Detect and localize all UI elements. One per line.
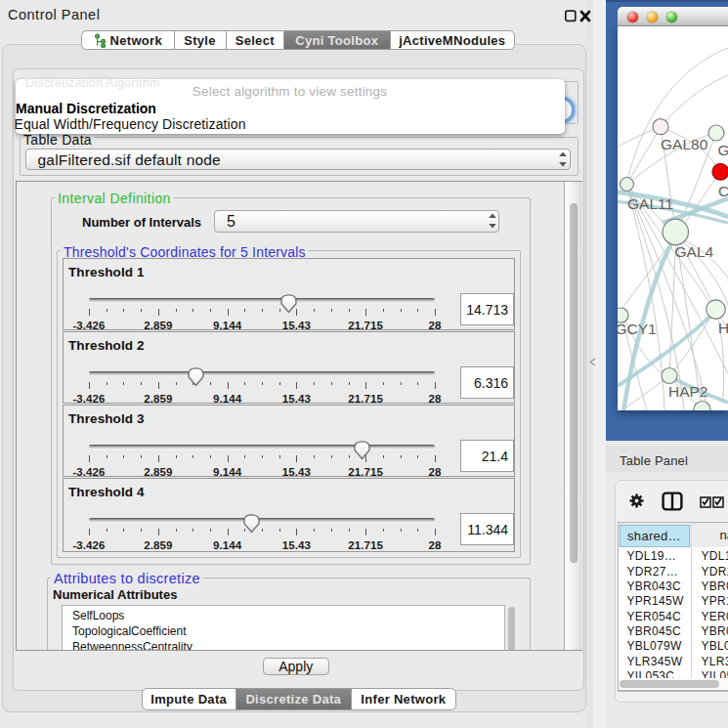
svg-text:GAL80: GAL80 [661,136,708,152]
svg-text:HAP2: HAP2 [668,383,708,400]
svg-text:GCY1: GCY1 [618,321,657,337]
svg-text:GAL11: GAL11 [627,195,673,212]
svg-text:CD: CD [718,183,728,199]
svg-text:GAL4: GAL4 [675,243,714,260]
svg-text:H: H [718,320,728,336]
svg-text:GA: GA [718,142,728,158]
